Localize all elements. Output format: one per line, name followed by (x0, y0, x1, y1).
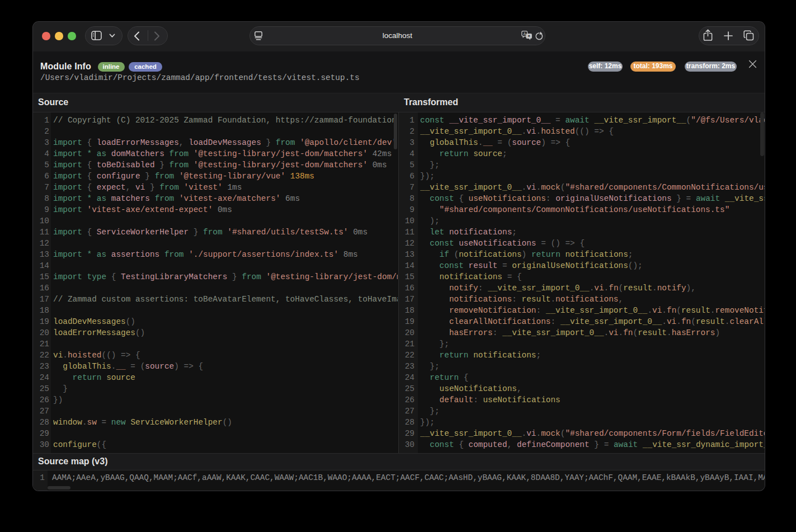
svg-text:✦: ✦ (527, 34, 530, 39)
svg-text:A: A (523, 32, 526, 36)
